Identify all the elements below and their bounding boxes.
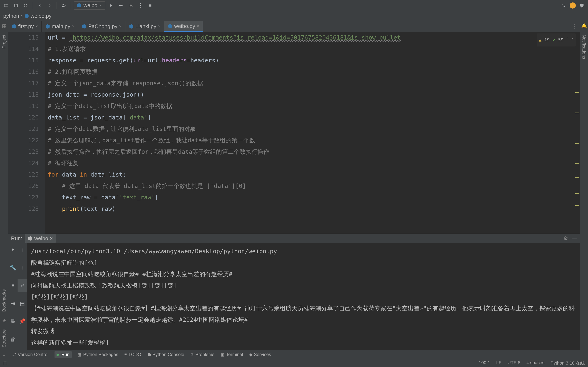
run-output[interactable]: /usr/local/bin/python3.10 /Users/wywwang…: [27, 243, 580, 351]
soft-wrap-icon[interactable]: ⤶: [17, 279, 27, 292]
close-icon[interactable]: ×: [50, 235, 53, 242]
structure-tool-label[interactable]: Structure: [1, 329, 7, 347]
python-icon: ⬢: [77, 2, 81, 8]
run-more-icon[interactable]: [127, 1, 135, 9]
svg-rect-3: [149, 4, 151, 7]
run-config-selector[interactable]: ⬢ weibo: [74, 1, 105, 9]
terminal-icon: ▣: [221, 352, 224, 357]
svg-rect-5: [12, 284, 14, 286]
trash-icon[interactable]: 🗑: [8, 333, 17, 346]
code-area[interactable]: url = 'https://weibo.com/ajax/statuses/b…: [45, 32, 580, 234]
right-tool-strip: 🔔 Notifications: [580, 21, 588, 359]
chevron-up-icon[interactable]: ˄: [566, 34, 569, 46]
code-editor[interactable]: 1131141151161171181191201211221231241251…: [8, 32, 580, 234]
warning-icon: ▲: [539, 34, 541, 46]
package-icon: ▦: [78, 352, 82, 357]
run-header: Run: ⬢ weibo × ⚙ —: [8, 234, 580, 243]
terminal-tool[interactable]: ▣Terminal: [221, 352, 243, 357]
close-icon[interactable]: ×: [119, 24, 121, 29]
run-tab[interactable]: ⬢ weibo ×: [25, 234, 56, 243]
ok-icon: ✔: [553, 34, 555, 46]
warning-count: 19: [544, 34, 550, 46]
structure-tool-icon[interactable]: ≡: [3, 354, 6, 359]
services-tool[interactable]: ◆Services: [249, 352, 271, 357]
wrench-icon[interactable]: 🔧: [8, 261, 17, 274]
console-icon: ⬢: [147, 352, 151, 357]
tab-lianxi[interactable]: ⬢Lianxi.py×: [125, 21, 164, 32]
branch-icon: ⎇: [11, 352, 16, 357]
project-tool-label[interactable]: Project: [1, 35, 7, 49]
tab-pachong[interactable]: ⬢PaChong.py×: [78, 21, 125, 32]
line-separator[interactable]: LF: [496, 360, 502, 366]
code-with-me-icon[interactable]: [578, 1, 586, 9]
breadcrumb-project[interactable]: python: [3, 13, 19, 19]
close-icon[interactable]: ×: [72, 24, 74, 29]
back-icon[interactable]: [36, 1, 44, 9]
notifications-label[interactable]: Notifications: [581, 35, 587, 59]
inspection-badges[interactable]: ▲ 19 ✔ 59 ˄ ˅: [537, 33, 576, 47]
ok-count: 59: [558, 34, 564, 46]
indent[interactable]: 4 spaces: [526, 360, 544, 366]
run-side-toolbar: ↑ 🔧 ↓ ⤶ ⇥ ▤ 🖶 📌 🗑: [8, 243, 27, 351]
caret-position[interactable]: 100:1: [479, 360, 490, 366]
python-icon: ⬢: [28, 235, 33, 242]
more-actions-icon[interactable]: ⋮: [136, 1, 145, 9]
user-dropdown-icon[interactable]: [60, 1, 68, 9]
run-label: Run:: [11, 235, 22, 242]
breadcrumb: python › ⬢ weibo.py: [0, 11, 588, 21]
stop-button[interactable]: [146, 1, 154, 9]
interpreter[interactable]: Python 3.10 在线: [550, 360, 585, 366]
todo-tool[interactable]: ≡TODO: [124, 352, 141, 357]
forward-icon[interactable]: [45, 1, 54, 9]
bookmarks-tool-icon[interactable]: ◈: [2, 318, 6, 323]
problems-tool[interactable]: ⊘Problems: [190, 352, 214, 357]
close-icon[interactable]: ×: [197, 24, 199, 29]
debug-button[interactable]: [117, 1, 125, 9]
breadcrumb-file[interactable]: weibo.py: [31, 13, 52, 19]
version-control-tool[interactable]: ⎇Version Control: [11, 352, 48, 357]
print-icon[interactable]: 🖶: [8, 315, 17, 328]
up-icon[interactable]: ↑: [17, 243, 27, 256]
python-packages-tool[interactable]: ▦Python Packages: [78, 352, 118, 357]
update-indicator-icon[interactable]: [570, 2, 576, 8]
breadcrumb-separator: ›: [21, 13, 23, 19]
scroll-end-icon[interactable]: ⇥: [8, 297, 17, 310]
gear-icon[interactable]: ⚙: [563, 235, 568, 242]
status-bar: ▢ 100:1 LF UTF-8 4 spaces Python 3.10 在线: [0, 359, 588, 367]
open-icon[interactable]: [2, 1, 10, 9]
run-config-label: weibo: [84, 2, 97, 8]
editor-tabs: ⬢first.py× ⬢main.py× ⬢PaChong.py× ⬢Lianx…: [8, 21, 580, 32]
tabs-more-icon[interactable]: ⋮: [570, 21, 580, 32]
main-toolbar: ⬢ weibo ⋮: [0, 0, 588, 11]
down-icon[interactable]: ↓: [17, 261, 27, 274]
close-icon[interactable]: ×: [35, 24, 38, 29]
python-icon: ⬢: [12, 23, 17, 30]
rerun-button[interactable]: [8, 243, 17, 256]
svg-point-4: [562, 4, 564, 6]
python-console-tool[interactable]: ⬢Python Console: [147, 352, 184, 357]
search-icon[interactable]: [559, 1, 568, 9]
svg-point-0: [63, 4, 64, 5]
chevron-down-icon: [99, 4, 102, 7]
stop-button[interactable]: [8, 279, 17, 292]
error-stripe[interactable]: [575, 32, 580, 234]
close-icon[interactable]: ×: [158, 24, 160, 29]
minimize-icon[interactable]: —: [572, 235, 577, 242]
encoding[interactable]: UTF-8: [508, 360, 520, 366]
pin-icon[interactable]: 📌: [17, 315, 27, 328]
tab-weibo[interactable]: ⬢weibo.py×: [164, 21, 203, 32]
save-icon[interactable]: [12, 1, 20, 9]
tool-window-toggle-icon[interactable]: ▢: [3, 360, 8, 366]
bookmarks-tool-label[interactable]: Bookmarks: [1, 289, 7, 312]
chevron-down-icon[interactable]: ˅: [571, 34, 574, 46]
tab-first[interactable]: ⬢first.py×: [8, 21, 42, 32]
run-button[interactable]: [107, 1, 115, 9]
notifications-icon[interactable]: 🔔: [581, 23, 587, 29]
project-tool-icon[interactable]: ▦: [2, 23, 6, 29]
layout-icon[interactable]: ▤: [17, 297, 27, 310]
run-tab-name: weibo: [34, 235, 48, 242]
sync-icon[interactable]: [22, 1, 30, 9]
tab-main[interactable]: ⬢main.py×: [42, 21, 78, 32]
run-tool-window: Run: ⬢ weibo × ⚙ — ↑ 🔧: [8, 234, 580, 350]
run-tool[interactable]: ▶Run: [54, 351, 71, 358]
